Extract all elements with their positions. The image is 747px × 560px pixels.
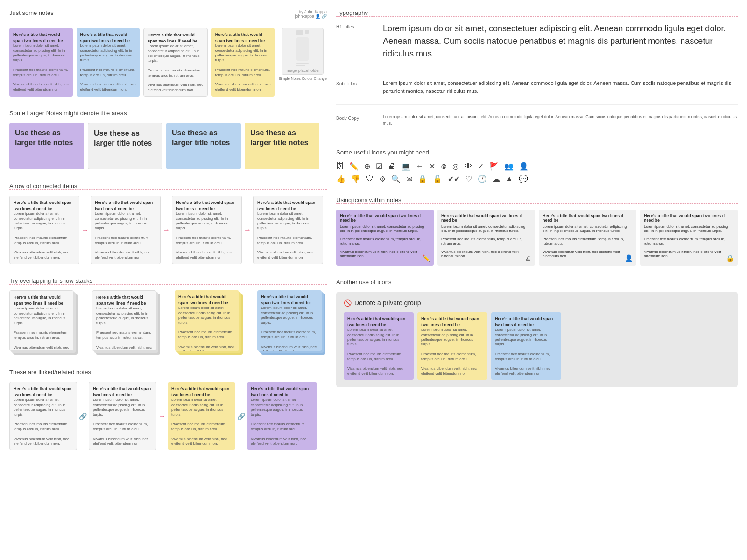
- group-icon[interactable]: 👥: [504, 162, 514, 171]
- private-note-purple[interactable]: Here's a title that would span two lines…: [344, 312, 414, 380]
- note-body: Lorem ipsum dolor sit amet, consectetur …: [178, 306, 235, 351]
- stack-note[interactable]: Here's a title that would span two lines…: [175, 290, 239, 351]
- private-group-box: 🚫 Denote a private group Here's a title …: [336, 292, 738, 387]
- linked-note[interactable]: Here's a title that would span two lines…: [168, 382, 235, 450]
- checkmark-icon[interactable]: ✓: [478, 162, 484, 171]
- simple-notes-label: Simple Notes Colour Change: [278, 77, 327, 81]
- note-body: Lorem ipsum dolor sit amet, consectetur …: [96, 306, 152, 351]
- large-note-purple[interactable]: Use these as larger title notes: [9, 123, 84, 169]
- note-title: Here's a title that would span two lines…: [495, 316, 557, 328]
- section-just-some-notes: Just some notes by John Kappa johnkappa …: [9, 9, 327, 97]
- stack-group: Here's a title that would span two lines…: [92, 290, 162, 356]
- connected-note[interactable]: Here's a title that would span two lines…: [9, 196, 79, 264]
- arrow-icon: →: [244, 226, 251, 234]
- lock-icon: 🔒: [726, 254, 734, 262]
- triangle-icon[interactable]: ▲: [506, 175, 513, 183]
- section-icons-in-notes: Using icons within notes Here's a title …: [336, 196, 738, 266]
- note-body: Lorem ipsum dolor sit amet, consectetur …: [421, 328, 484, 376]
- stack-group: Here's a title that would span two lines…: [257, 290, 327, 356]
- note-title: Here's a title that would span two lines…: [441, 213, 531, 223]
- thumbs-up-icon[interactable]: 👍: [336, 175, 345, 183]
- section-typography: Typography H1 Titles Lorem ipsum dolor s…: [336, 9, 738, 136]
- note-body: Lorem ipsum dolor sit amet, consectetur …: [261, 306, 318, 351]
- close-x-icon[interactable]: ✕: [429, 162, 435, 171]
- stack-note[interactable]: Here's a title that would span two lines…: [92, 290, 156, 351]
- arrow-icon: →: [162, 226, 170, 234]
- image-icon[interactable]: 🖼: [336, 162, 344, 171]
- linked-note[interactable]: Here's a title that would span two lines…: [247, 382, 317, 450]
- note-card[interactable]: Here's a title that would span two lines…: [143, 28, 208, 97]
- pencil-icon: ✏️: [422, 254, 430, 262]
- printer-icon[interactable]: 🖨: [388, 162, 395, 171]
- chat-icon[interactable]: 💬: [519, 175, 528, 183]
- section-icons: Some useful icons you might need 🖼 ✏️ ⊕ …: [336, 149, 738, 183]
- note-title: Here's a title that would span two lines…: [14, 200, 75, 211]
- shield-icon[interactable]: 🛡: [366, 175, 374, 183]
- flag-icon[interactable]: 🚩: [489, 162, 499, 171]
- eye-icon[interactable]: 👁: [465, 162, 472, 171]
- stack-note[interactable]: Here's a title that would span two lines…: [257, 290, 322, 351]
- pencil-icon[interactable]: ✏️: [349, 162, 359, 171]
- arrow-icon: →: [81, 226, 89, 234]
- note-card[interactable]: Here's a title that would span two lines…: [9, 28, 73, 97]
- cancel-icon[interactable]: ⊗: [441, 162, 447, 171]
- connected-note[interactable]: Here's a title that would span two lines…: [253, 196, 323, 264]
- private-note-yellow[interactable]: Here's a title that would span two lines…: [417, 312, 487, 380]
- clock-icon[interactable]: 🕐: [478, 175, 487, 183]
- eye-off-icon[interactable]: ◎: [452, 162, 459, 171]
- stack-group: Here's a title that would span two lines…: [9, 290, 79, 356]
- note-body: Lorem ipsum dolor sit amet, consectetur …: [80, 43, 136, 92]
- note-title: Here's a title that would span two lines…: [421, 316, 484, 328]
- thumbs-down-icon[interactable]: 👎: [351, 175, 360, 183]
- unlock-icon[interactable]: 🔓: [433, 175, 442, 183]
- note-card[interactable]: Here's a title that would span two lines…: [77, 28, 140, 97]
- large-note-blue[interactable]: Use these as larger title notes: [166, 123, 241, 169]
- note-body: Lorem ipsum dolor sit amet, consectetur …: [644, 224, 734, 258]
- note-title: Here's a title that would span two lines…: [215, 32, 271, 43]
- typo-h1-label: H1 Titles: [336, 22, 374, 60]
- person-icon[interactable]: 👤: [519, 162, 529, 171]
- linked-note[interactable]: Here's a title that would span two lines…: [89, 382, 156, 450]
- lock-icon[interactable]: 🔒: [418, 175, 427, 183]
- link-icon: 🔗: [79, 413, 87, 420]
- connected-note[interactable]: Here's a title that would span two lines…: [91, 196, 161, 264]
- note-title: Here's a title that would span two lines…: [13, 32, 69, 43]
- large-note-yellow[interactable]: Use these as larger title notes: [245, 123, 319, 169]
- icon-note-white-1[interactable]: Here's a title that would span two lines…: [437, 210, 535, 266]
- note-card[interactable]: Here's a title that would span two lines…: [211, 28, 275, 97]
- icons-row-1: 🖼 ✏️ ⊕ ☑ 🖨 💻 ← ✕ ⊗ ◎ 👁 ✓ 🚩 👥 👤: [336, 162, 738, 171]
- note-title: Here's a title that would span two lines…: [257, 200, 319, 211]
- double-check-icon[interactable]: ✔✔: [448, 175, 460, 183]
- section-title-connected: A row of connected items: [9, 182, 77, 189]
- note-title: Here's a title that would span two lines…: [171, 386, 232, 398]
- search-icon[interactable]: 🔍: [391, 175, 401, 183]
- stack-note[interactable]: Here's a title that would span two lines…: [9, 290, 74, 351]
- icon-note-white-2[interactable]: Here's a title that would span two lines…: [539, 210, 636, 266]
- note-body: Lorem ipsum dolor sit amet, consectetur …: [215, 43, 271, 92]
- note-title: Here's a title that would span two lines…: [148, 32, 204, 44]
- connected-note[interactable]: Here's a title that would span two lines…: [172, 196, 242, 264]
- note-body: Lorem ipsum dolor sit amet, consectetur …: [148, 44, 204, 92]
- another-icons-title: Another use of icons: [336, 279, 392, 286]
- icon-note-purple[interactable]: Here's a title that would span two lines…: [336, 210, 434, 266]
- note-body: Lorem ipsum dolor sit amet, consectetur …: [441, 224, 531, 258]
- author-label: by John Kappa johnkappa 👤 🔗: [295, 9, 327, 19]
- heart-icon[interactable]: ♡: [465, 175, 472, 183]
- typo-h1-content: Lorem ipsum dolor sit amet, consectetuer…: [383, 22, 738, 60]
- note-title: Here's a title that would span two lines…: [80, 32, 136, 43]
- large-note-white[interactable]: Use these as larger title notes: [88, 123, 162, 169]
- mail-icon[interactable]: ✉: [406, 175, 412, 183]
- arrow-left-icon[interactable]: ←: [416, 162, 423, 171]
- icon-note-white-3[interactable]: Here's a title that would span two lines…: [640, 210, 738, 266]
- laptop-icon[interactable]: 💻: [401, 162, 410, 171]
- check-icon[interactable]: ☑: [376, 162, 382, 171]
- note-body: Lorem ipsum dolor sit amet, consectetur …: [347, 328, 410, 376]
- section-linked-notes: These are linked/related notes Here's a …: [9, 369, 327, 450]
- gear-icon[interactable]: ⚙: [379, 175, 386, 183]
- private-note-blue[interactable]: Here's a title that would span two lines…: [491, 312, 561, 380]
- large-note-text: Use these as larger title notes: [250, 128, 314, 148]
- section-overlapping-stacks: Try overlapping to show stacks Here's a …: [9, 277, 327, 356]
- linked-note[interactable]: Here's a title that would span two lines…: [9, 382, 77, 450]
- plus-icon[interactable]: ⊕: [364, 162, 370, 171]
- cloud-icon[interactable]: ☁: [493, 175, 500, 183]
